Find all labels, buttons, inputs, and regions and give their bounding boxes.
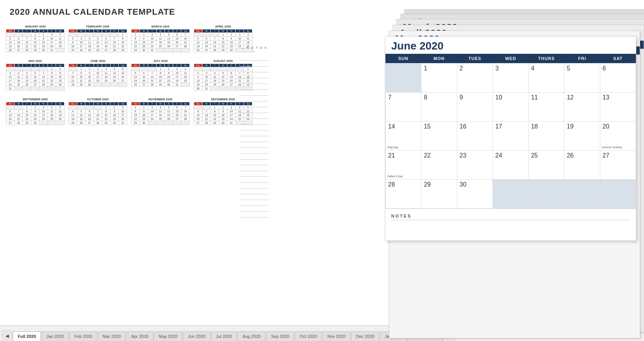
mini-cal-cell: 31 <box>148 48 156 52</box>
mini-cal-cell: 12 <box>77 113 85 117</box>
mini-cal-title: MAY 2020 <box>6 59 65 63</box>
mini-cal-cell: 28 <box>94 121 102 125</box>
mini-cal-header-cell: T <box>85 64 94 67</box>
month-cell: 11 <box>529 93 564 122</box>
mini-cal-cell: 18 <box>244 41 252 45</box>
mini-cal-cell: 26 <box>23 83 31 87</box>
mini-cal-cell: 7 <box>69 71 77 75</box>
sheet-tab[interactable]: Jul 2020 <box>211 331 237 341</box>
mini-cal-cell: 17 <box>119 113 127 117</box>
mini-cal-cell <box>165 48 173 52</box>
mini-cal-table: SuMTWRFSa1234567891011121314151617181920… <box>131 102 190 125</box>
sheet-tab[interactable]: Mar 2020 <box>98 331 126 341</box>
mini-cal-cell: 23 <box>140 45 148 48</box>
mini-cal-cell: 3 <box>148 33 156 37</box>
mini-cal-cell: 7 <box>211 37 219 41</box>
mini-cal-cell <box>94 83 102 87</box>
mini-cal-cell <box>156 48 164 52</box>
mini-cal-cell: 17 <box>148 41 156 45</box>
mini-cal-cell: 7 <box>14 110 22 113</box>
mini-cal-cell: 17 <box>227 113 235 117</box>
notes-line <box>240 131 269 136</box>
notes-line <box>240 125 269 130</box>
mini-cal-cell: 12 <box>131 75 140 79</box>
mini-cal-cell: 20 <box>14 45 22 48</box>
mini-cal-cell: 17 <box>6 79 15 83</box>
mini-cal-header-cell: Sa <box>56 64 65 67</box>
sheet-tab[interactable]: Jun 2020 <box>183 331 210 341</box>
tab-prev-arrow[interactable]: ◀ <box>2 331 12 341</box>
mini-cal-cell: 3 <box>119 106 127 110</box>
mini-cal-cell: 15 <box>102 113 110 117</box>
mini-cal-title: SEPTEMBER 2020 <box>6 98 65 101</box>
mini-cal-header-cell: Su <box>69 64 77 67</box>
mini-cal-cell: 18 <box>48 113 56 117</box>
mini-cal-cell: 28 <box>202 121 210 125</box>
mini-cal-cell: 23 <box>194 83 203 87</box>
mini-cal-header-cell: Sa <box>181 29 190 33</box>
mini-cal-cell: 5 <box>219 71 227 75</box>
mini-cal-cell: 26 <box>219 83 227 87</box>
mini-cal-cell <box>202 106 210 110</box>
cell-number: 5 <box>567 65 570 72</box>
sheet-tab[interactable]: Dec 2020 <box>351 331 379 341</box>
mini-cal-cell: 10 <box>94 71 102 75</box>
mini-cal-cell: 11 <box>244 37 252 41</box>
cell-number: 12 <box>567 94 574 101</box>
mini-cal-header-cell: R <box>165 29 173 33</box>
mini-cal-cell: 15 <box>156 75 164 79</box>
mini-cal-header-cell: W <box>219 64 227 67</box>
sheet-tab[interactable]: Feb 2020 <box>69 331 97 341</box>
mini-cal-cell: 10 <box>48 37 56 41</box>
mini-cal-cell: 18 <box>14 79 22 83</box>
cell-number: 9 <box>460 94 463 101</box>
mini-cal-header-cell: T <box>211 64 219 67</box>
sheet-tab[interactable]: Full 2020 <box>13 331 41 341</box>
mini-cal-cell: 2 <box>165 67 173 71</box>
mini-cal-cell: 11 <box>14 75 22 79</box>
mini-cal-cell: 2 <box>140 106 148 110</box>
mini-cal-cell <box>6 33 15 37</box>
mini-cal-cell: 11 <box>85 41 94 45</box>
mini-cal-cell: 8 <box>48 71 56 75</box>
sheet-tab[interactable]: Sep 2020 <box>266 331 294 341</box>
cell-number: 16 <box>460 123 467 130</box>
mini-cal-cell: 29 <box>77 83 85 87</box>
mini-cal-cell: 16 <box>219 113 227 117</box>
month-cell <box>529 180 564 209</box>
mini-cal-cell: 9 <box>56 71 65 75</box>
month-cell: 19 <box>564 122 600 151</box>
mini-cal-cell: 25 <box>102 79 110 83</box>
mini-cal-cell: 24 <box>77 48 85 52</box>
cell-number: 20 <box>603 123 610 130</box>
mini-cal-cell: 5 <box>94 37 102 41</box>
cell-note: Flag Day <box>387 146 398 149</box>
front-cal-header-cell: SUN <box>385 54 421 63</box>
mini-cal-cell: 28 <box>39 83 48 87</box>
mini-cal-cell: 22 <box>102 117 110 121</box>
mini-cal-cell: 12 <box>94 41 102 45</box>
sheet-tab[interactable]: Oct 2020 <box>295 331 322 341</box>
mini-cal-cell: 14 <box>148 75 156 79</box>
mini-cal-cell: 14 <box>39 75 48 79</box>
mini-cal-cell: 13 <box>227 75 235 79</box>
mini-cal-cell: 24 <box>173 79 181 83</box>
sheet-tab[interactable]: Jan 2020 <box>41 331 69 341</box>
mini-cal-cell: 31 <box>119 121 127 125</box>
mini-cal-cell: 3 <box>94 67 102 71</box>
sheet-tab[interactable]: May 2020 <box>154 331 182 341</box>
mini-cal-cell: 29 <box>23 121 31 125</box>
sheet-tab[interactable]: Nov 2020 <box>322 331 351 341</box>
sheet-tab[interactable]: Aug 2020 <box>237 331 266 341</box>
mini-cal-cell: 25 <box>69 121 77 125</box>
mini-cal-cell <box>14 106 22 110</box>
mini-cal-cell: 12 <box>194 41 203 45</box>
mini-cal-cell: 15 <box>219 41 227 45</box>
mini-cal-cell: 17 <box>235 41 244 45</box>
mini-cal-cell: 28 <box>148 83 156 87</box>
sheet-tab[interactable]: Apr 2020 <box>126 331 153 341</box>
mini-cal-cell: 11 <box>211 75 219 79</box>
mini-cal-cell: 26 <box>94 48 102 52</box>
mini-cal-cell <box>211 87 219 91</box>
mini-cal-cell <box>165 121 173 125</box>
